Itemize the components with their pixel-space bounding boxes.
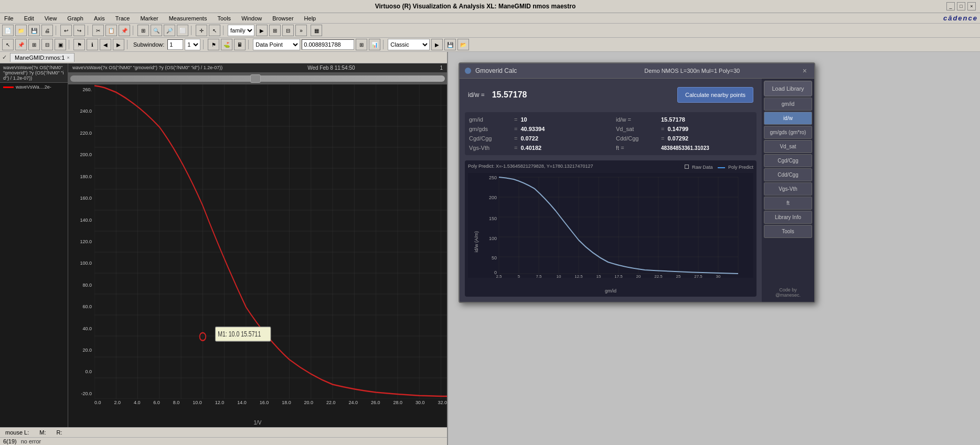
tb-style-load-btn[interactable]: 📂 (457, 39, 469, 50)
tb-zoom-out-btn[interactable]: 🔎 (164, 25, 175, 36)
menu-edit[interactable]: Edit (22, 15, 36, 22)
tb-more-btn[interactable]: » (295, 25, 307, 36)
sidebar-gm-gds-btn[interactable]: gm/gds (gm*ro) (764, 126, 812, 139)
load-library-btn[interactable]: Load Library (764, 81, 812, 96)
calculate-nearby-btn[interactable]: Calculate nearby points (677, 87, 753, 103)
sidebar-tools-btn[interactable]: Tools (764, 225, 812, 238)
tb-marker2-btn[interactable]: ⛳ (221, 39, 232, 50)
menu-axis[interactable]: Axis (92, 15, 107, 22)
tb-print-btn[interactable]: 🖨 (41, 25, 53, 36)
mouse-l-label: mouse L: (5, 429, 29, 436)
slider-track[interactable] (70, 75, 445, 82)
gm-gds-label: gm/gds (469, 126, 511, 132)
tb-style-save-btn[interactable]: 💾 (444, 39, 456, 50)
tb-new-btn[interactable]: 📄 (2, 25, 14, 36)
tb-select-btn[interactable]: ↖ (209, 25, 220, 36)
tb-grid-btn[interactable]: ⊞ (269, 25, 281, 36)
window-controls[interactable]: _ □ × (946, 2, 976, 10)
gmoverid-sidebar: Load Library gm/id id/w gm/gds (gm*ro) V… (762, 79, 814, 302)
tb-redo-btn[interactable]: ↪ (73, 25, 85, 36)
tab-close-icon[interactable]: × (67, 55, 69, 60)
y-tick-neg20: -20.0 (69, 391, 93, 396)
tb-zoom-box-btn[interactable]: ⬜ (177, 25, 188, 36)
slider-thumb[interactable] (250, 74, 261, 83)
mini-x-175: 17.5 (614, 274, 623, 278)
y-tick-180: 180.0 (69, 174, 93, 179)
x-tick-26: 26.0 (371, 400, 380, 405)
legend-color-1 (3, 86, 14, 88)
mini-x-75: 7.5 (536, 274, 542, 278)
tb-zoom-in-btn[interactable]: 🔍 (151, 25, 162, 36)
mini-y-axis-unit: id/w (A/m) (474, 231, 479, 253)
tb-table-btn[interactable]: ▦ (311, 25, 322, 36)
graph-container: waveVsWave(?x OS("/NM0" "gmoverid") ?y (… (68, 63, 447, 427)
tb-dp-chart-btn[interactable]: 📊 (369, 39, 380, 50)
tb-pan-btn[interactable]: ✛ (196, 25, 207, 36)
sidebar-ft-btn[interactable]: ft (764, 197, 812, 210)
minimize-btn[interactable]: _ (946, 2, 955, 10)
tb-split-v-btn[interactable]: ⊟ (41, 39, 53, 50)
menu-browser[interactable]: Browser (270, 15, 295, 22)
tb-grid2-btn[interactable]: ⊟ (282, 25, 294, 36)
tb-next-btn[interactable]: ▶ (113, 39, 124, 50)
y-tick-160: 160.0 (69, 196, 93, 201)
menu-view[interactable]: View (42, 15, 59, 22)
tb-save-btn[interactable]: 💾 (28, 25, 40, 36)
subwindow-input[interactable]: 1 (167, 39, 183, 50)
menu-window[interactable]: Window (239, 15, 264, 22)
close-btn[interactable]: × (967, 2, 976, 10)
tb-prev-btn[interactable]: ◀ (100, 39, 111, 50)
tb-zoom-fit-btn[interactable]: ⊞ (137, 25, 149, 36)
menu-file[interactable]: File (2, 15, 16, 22)
sidebar-lib-info-btn[interactable]: Library Info (764, 211, 812, 224)
menu-measurements[interactable]: Measurements (167, 15, 209, 22)
tb-family-go-btn[interactable]: ▶ (256, 25, 268, 36)
poly-predict-label: Poly Predict: X=-1.53645821279828, Y=178… (468, 164, 593, 169)
sidebar-cdd-cgg-btn[interactable]: Cdd/Cgg (764, 168, 812, 181)
mini-x-15: 15 (596, 274, 601, 278)
gmoverid-window: Gmoverid Calc Demo NMOS L=300n Mul=1 Pol… (459, 62, 815, 303)
tb-cut-btn[interactable]: ✂ (92, 25, 104, 36)
maximize-btn[interactable]: □ (957, 2, 965, 10)
tb-paste-btn[interactable]: 📌 (119, 25, 130, 36)
tb-marker-btn[interactable]: ⚑ (208, 39, 219, 50)
tb-split-h-btn[interactable]: ⊞ (28, 39, 40, 50)
sidebar-id-w-btn[interactable]: id/w (764, 112, 812, 125)
main-tab[interactable]: ManeGMID:nmos:1 × (10, 53, 74, 62)
menu-graph[interactable]: Graph (65, 15, 86, 22)
subwindow-select[interactable]: 1 (185, 39, 200, 50)
menu-tools[interactable]: Tools (215, 15, 233, 22)
gm-close-btn[interactable]: × (801, 67, 809, 75)
x-tick-8: 8.0 (173, 400, 180, 405)
tb-info-btn[interactable]: ℹ (87, 39, 98, 50)
tb-style-go-btn[interactable]: ▶ (431, 39, 443, 50)
data-point-select[interactable]: Data Point (253, 39, 300, 50)
y-tick-240: 240.0 (69, 108, 93, 114)
graph-with-yaxis: 260. 240.0 220.0 200.0 180.0 160.0 140.0… (68, 84, 447, 427)
cdd-cgg-value: 0.07292 (667, 135, 688, 142)
sidebar-gm-id-btn[interactable]: gm/id (764, 97, 812, 111)
sidebar-vgs-vth-btn[interactable]: Vgs-Vth (764, 182, 812, 196)
style-select[interactable]: Classic (388, 39, 430, 50)
data-point-input[interactable]: 0.0088931788 (302, 39, 354, 50)
legend-poly-predict: Poly Predict (718, 165, 753, 170)
sidebar-cgd-cgg-btn[interactable]: Cgd/Cgg (764, 154, 812, 167)
menu-trace[interactable]: Trace (113, 15, 132, 22)
sidebar-vd-sat-btn[interactable]: Vd_sat (764, 140, 812, 153)
tb-open-btn[interactable]: 📁 (15, 25, 27, 36)
menu-marker[interactable]: Marker (138, 15, 160, 22)
plot-svg-area: M1: 10.0 15.5711 (94, 84, 447, 399)
tb-frame-btn[interactable]: ▣ (55, 39, 66, 50)
tb-calculator-btn[interactable]: 🖩 (234, 39, 246, 50)
window-title: Virtuoso (R) Visualization & Analysis XL… (4, 3, 946, 10)
tb-flag-btn[interactable]: ⚑ (73, 39, 85, 50)
tb-copy-btn[interactable]: 📋 (105, 25, 117, 36)
mini-chart-svg-container: 250 200 150 100 50 0 (468, 173, 753, 288)
x-tick-12: 12.0 (215, 400, 225, 405)
tb-cursor-btn[interactable]: ↖ (2, 39, 14, 50)
tb-pin-btn[interactable]: 📌 (15, 39, 27, 50)
tb-dp-go-btn[interactable]: ⊞ (356, 39, 367, 50)
tb-undo-btn[interactable]: ↩ (60, 25, 72, 36)
menu-help[interactable]: Help (302, 15, 318, 22)
family-dropdown[interactable]: family (228, 25, 254, 36)
